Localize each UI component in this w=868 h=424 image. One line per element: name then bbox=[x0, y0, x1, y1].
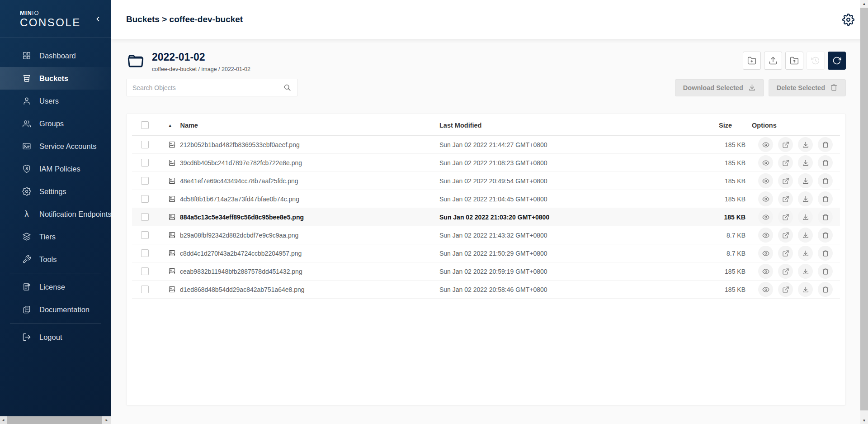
name-header[interactable]: ▲ Name bbox=[168, 122, 439, 129]
table-row[interactable]: 4d58f8b1b6714a23a73fd47bfae0b74c.png Sun… bbox=[132, 190, 840, 208]
preview-button[interactable] bbox=[758, 191, 773, 206]
delete-button[interactable] bbox=[818, 137, 833, 152]
download-button[interactable] bbox=[798, 264, 813, 279]
delete-button[interactable] bbox=[818, 155, 833, 170]
table-row[interactable]: 884a5c13c5e34eff89c56d8c95bee8e5.png Sun… bbox=[132, 208, 840, 226]
object-name[interactable]: 212b052b1bad482fb8369533ebf0aeef.png bbox=[180, 141, 300, 148]
upload-folder-button[interactable] bbox=[785, 52, 803, 70]
row-checkbox[interactable] bbox=[141, 267, 149, 275]
object-name[interactable]: b29a08fbf92342d882dcbdf7e9c9c9aa.png bbox=[180, 232, 298, 239]
horizontal-scrollbar[interactable]: ◄ ► bbox=[0, 416, 111, 424]
share-button[interactable] bbox=[778, 228, 793, 243]
table-row[interactable]: 48e41ef7e69c443494cc78b7aaf25fdc.png Sun… bbox=[132, 172, 840, 190]
refresh-button[interactable] bbox=[828, 52, 846, 70]
row-checkbox[interactable] bbox=[141, 177, 149, 185]
delete-button[interactable] bbox=[818, 210, 833, 224]
preview-button[interactable] bbox=[758, 246, 773, 261]
scroll-left-arrow[interactable]: ◄ bbox=[0, 416, 6, 424]
share-button[interactable] bbox=[778, 210, 793, 224]
object-name[interactable]: 4d58f8b1b6714a23a73fd47bfae0b74c.png bbox=[180, 195, 299, 203]
object-name[interactable]: 39cd6b405bc241d7897e782fcb722e8e.png bbox=[180, 159, 302, 167]
sidebar-item-groups[interactable]: Groups bbox=[0, 112, 111, 135]
sidebar-item-users[interactable]: Users bbox=[0, 90, 111, 112]
row-checkbox[interactable] bbox=[141, 141, 149, 148]
download-button[interactable] bbox=[798, 228, 813, 243]
table-row[interactable]: d1ed868d48b54dd29ac842ab751a64e8.png Sun… bbox=[132, 281, 840, 299]
download-button[interactable] bbox=[798, 173, 813, 188]
table-row[interactable]: c8dd4c1d270f43a2b4724ccbb2204957.png Sun… bbox=[132, 244, 840, 262]
preview-button[interactable] bbox=[758, 137, 773, 152]
search-input[interactable] bbox=[132, 84, 283, 91]
row-checkbox[interactable] bbox=[141, 249, 149, 257]
object-name[interactable]: d1ed868d48b54dd29ac842ab751a64e8.png bbox=[180, 286, 305, 293]
select-all-checkbox[interactable] bbox=[141, 121, 149, 129]
download-button[interactable] bbox=[798, 191, 813, 206]
sidebar-item-label: Dashboard bbox=[39, 52, 76, 60]
sidebar-item-iam-policies[interactable]: IAM Policies bbox=[0, 157, 111, 180]
preview-button[interactable] bbox=[758, 173, 773, 188]
delete-button[interactable] bbox=[818, 191, 833, 206]
preview-button[interactable] bbox=[758, 264, 773, 279]
sidebar-item-tiers[interactable]: Tiers bbox=[0, 225, 111, 248]
sidebar-item-tools[interactable]: Tools bbox=[0, 248, 111, 271]
scroll-down-arrow[interactable]: ▼ bbox=[860, 417, 868, 424]
settings-gear-button[interactable] bbox=[842, 14, 854, 26]
sidebar-collapse-button[interactable] bbox=[94, 15, 102, 23]
row-checkbox[interactable] bbox=[141, 159, 149, 167]
download-button[interactable] bbox=[798, 282, 813, 297]
sidebar-item-buckets[interactable]: Buckets bbox=[0, 67, 111, 90]
preview-button[interactable] bbox=[758, 155, 773, 170]
sidebar-item-license[interactable]: License bbox=[0, 276, 111, 298]
preview-button[interactable] bbox=[758, 282, 773, 297]
share-button[interactable] bbox=[778, 155, 793, 170]
delete-button[interactable] bbox=[818, 264, 833, 279]
scroll-up-arrow[interactable]: ▲ bbox=[860, 0, 868, 7]
sidebar-item-dashboard[interactable]: Dashboard bbox=[0, 44, 111, 67]
sidebar-item-service-accounts[interactable]: Service Accounts bbox=[0, 135, 111, 157]
breadcrumb[interactable]: Buckets > coffee-dev-bucket bbox=[126, 14, 243, 24]
share-button[interactable] bbox=[778, 191, 793, 206]
scroll-right-arrow[interactable]: ► bbox=[104, 416, 110, 424]
row-checkbox[interactable] bbox=[141, 213, 149, 221]
content: 2022-01-02 coffee-dev-bucket / image / 2… bbox=[111, 39, 868, 424]
object-name[interactable]: 884a5c13c5e34eff89c56d8c95bee8e5.png bbox=[180, 214, 304, 221]
table-row[interactable]: 212b052b1bad482fb8369533ebf0aeef.png Sun… bbox=[132, 136, 840, 154]
delete-button[interactable] bbox=[818, 282, 833, 297]
share-button[interactable] bbox=[778, 173, 793, 188]
upload-file-button[interactable] bbox=[764, 52, 782, 70]
sidebar-item-documentation[interactable]: Documentation bbox=[0, 298, 111, 321]
table-row[interactable]: b29a08fbf92342d882dcbdf7e9c9c9aa.png Sun… bbox=[132, 226, 840, 244]
sidebar-item-label: Tiers bbox=[39, 233, 56, 241]
delete-button[interactable] bbox=[818, 173, 833, 188]
object-name[interactable]: c8dd4c1d270f43a2b4724ccbb2204957.png bbox=[180, 250, 302, 257]
sidebar-item-notification-endpoints[interactable]: λ Notification Endpoints bbox=[0, 203, 111, 225]
horizontal-scrollbar-thumb[interactable] bbox=[7, 416, 102, 424]
vertical-scrollbar-thumb[interactable] bbox=[860, 8, 868, 410]
download-selected-button[interactable]: Download Selected bbox=[675, 79, 764, 96]
download-button[interactable] bbox=[798, 246, 813, 261]
delete-selected-button[interactable]: Delete Selected bbox=[769, 79, 846, 96]
new-folder-button[interactable] bbox=[743, 52, 761, 70]
delete-button[interactable] bbox=[818, 228, 833, 243]
object-name[interactable]: 48e41ef7e69c443494cc78b7aaf25fdc.png bbox=[180, 177, 298, 185]
row-checkbox[interactable] bbox=[141, 231, 149, 239]
vertical-scrollbar[interactable]: ▲ ▼ bbox=[860, 0, 868, 424]
share-button[interactable] bbox=[778, 282, 793, 297]
preview-button[interactable] bbox=[758, 210, 773, 224]
share-button[interactable] bbox=[778, 264, 793, 279]
table-row[interactable]: ceab9832b11948bfb2887578dd451432.png Sun… bbox=[132, 262, 840, 281]
download-button[interactable] bbox=[798, 137, 813, 152]
table-row[interactable]: 39cd6b405bc241d7897e782fcb722e8e.png Sun… bbox=[132, 154, 840, 172]
download-button[interactable] bbox=[798, 155, 813, 170]
download-button[interactable] bbox=[798, 210, 813, 224]
row-checkbox[interactable] bbox=[141, 195, 149, 203]
preview-button[interactable] bbox=[758, 228, 773, 243]
sidebar-item-logout[interactable]: Logout bbox=[0, 326, 111, 348]
object-name[interactable]: ceab9832b11948bfb2887578dd451432.png bbox=[180, 268, 302, 275]
sidebar-item-settings[interactable]: Settings bbox=[0, 180, 111, 203]
share-button[interactable] bbox=[778, 246, 793, 261]
rewind-button[interactable] bbox=[807, 52, 825, 70]
row-checkbox[interactable] bbox=[141, 286, 149, 293]
share-button[interactable] bbox=[778, 137, 793, 152]
delete-button[interactable] bbox=[818, 246, 833, 261]
